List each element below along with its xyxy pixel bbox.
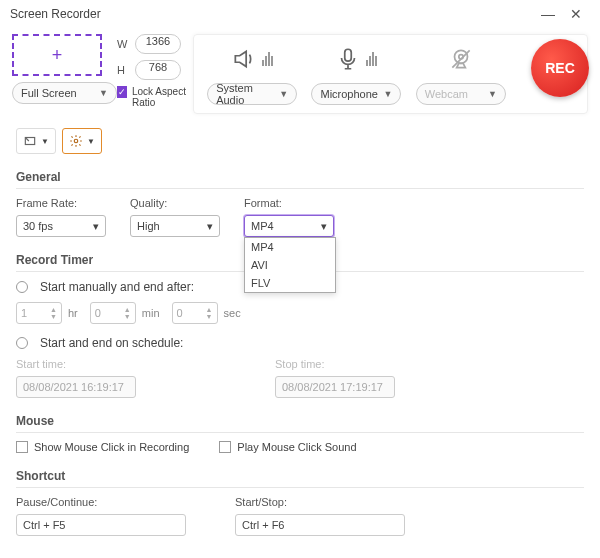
section-general: General <box>16 164 584 189</box>
chevron-down-icon: ▼ <box>384 89 393 99</box>
record-button[interactable]: REC <box>531 39 589 97</box>
lock-aspect-checkbox[interactable]: ✓ <box>117 86 127 98</box>
title-bar: Screen Recorder — ✕ <box>0 0 600 28</box>
toolbar: ▼ ▼ <box>0 124 600 164</box>
width-label: W <box>117 38 129 50</box>
height-input[interactable]: 768 <box>135 60 181 80</box>
frame-rate-select[interactable]: 30 fps▾ <box>16 215 106 237</box>
format-option-flv[interactable]: FLV <box>245 274 335 292</box>
pause-shortcut-input[interactable]: Ctrl + F5 <box>16 514 186 536</box>
chevron-down-icon: ▼ <box>279 89 288 99</box>
audio-level-icon <box>261 52 273 69</box>
chevron-down-icon: ▾ <box>321 220 327 233</box>
format-option-mp4[interactable]: MP4 <box>245 238 335 256</box>
seconds-input[interactable]: 0▲▼ <box>172 302 218 324</box>
chevron-down-icon: ▼ <box>99 88 108 98</box>
height-label: H <box>117 64 129 76</box>
frame-rate-label: Frame Rate: <box>16 197 106 209</box>
format-dropdown: MP4 AVI FLV <box>244 237 336 293</box>
settings-body: General Frame Rate: 30 fps▾ Quality: Hig… <box>0 164 600 536</box>
device-panel: System Audio▼ Microphone▼ Webcam▼ <box>193 34 588 114</box>
width-input[interactable]: 1366 <box>135 34 181 54</box>
minutes-input[interactable]: 0▲▼ <box>90 302 136 324</box>
capture-mode-select[interactable]: Full Screen ▼ <box>12 82 117 104</box>
aspect-tool-button[interactable]: ▼ <box>16 128 56 154</box>
chevron-down-icon: ▼ <box>41 137 49 146</box>
webcam-select[interactable]: Webcam▼ <box>416 83 506 105</box>
schedule-radio[interactable] <box>16 337 28 349</box>
quality-select[interactable]: High▾ <box>130 215 220 237</box>
microphone-select[interactable]: Microphone▼ <box>311 83 401 105</box>
speaker-icon <box>231 46 257 75</box>
svg-point-5 <box>74 139 78 143</box>
show-click-checkbox[interactable] <box>16 441 28 453</box>
minutes-unit: min <box>142 307 160 319</box>
chevron-down-icon: ▾ <box>93 220 99 233</box>
format-label: Format: <box>244 197 334 209</box>
webcam-icon <box>448 46 474 75</box>
chevron-down-icon: ▼ <box>488 89 497 99</box>
format-select[interactable]: MP4▾ <box>244 215 334 237</box>
minimize-button[interactable]: — <box>534 6 562 22</box>
mic-level-icon <box>365 52 377 69</box>
format-option-avi[interactable]: AVI <box>245 256 335 274</box>
seconds-unit: sec <box>224 307 241 319</box>
manual-end-radio[interactable] <box>16 281 28 293</box>
start-time-label: Start time: <box>16 358 251 370</box>
pause-shortcut-label: Pause/Continue: <box>16 496 211 508</box>
top-panel: + Full Screen ▼ W 1366 H 768 ✓ Lock Aspe… <box>0 28 600 124</box>
section-shortcut: Shortcut <box>16 463 584 488</box>
start-time-input[interactable]: 08/08/2021 16:19:17 <box>16 376 136 398</box>
section-mouse: Mouse <box>16 408 584 433</box>
svg-rect-0 <box>345 49 352 61</box>
stop-time-input[interactable]: 08/08/2021 17:19:17 <box>275 376 395 398</box>
stop-time-label: Stop time: <box>275 358 510 370</box>
play-sound-label: Play Mouse Click Sound <box>237 441 356 453</box>
svg-point-1 <box>454 50 467 63</box>
microphone-icon <box>335 46 361 75</box>
lock-aspect-label: Lock Aspect Ratio <box>132 86 187 108</box>
chevron-down-icon: ▾ <box>207 220 213 233</box>
capture-region-button[interactable]: + <box>12 34 102 76</box>
chevron-down-icon: ▼ <box>87 137 95 146</box>
show-click-label: Show Mouse Click in Recording <box>34 441 189 453</box>
settings-tool-button[interactable]: ▼ <box>62 128 102 154</box>
start-shortcut-label: Start/Stop: <box>235 496 405 508</box>
start-shortcut-input[interactable]: Ctrl + F6 <box>235 514 405 536</box>
capture-mode-value: Full Screen <box>21 87 77 99</box>
system-audio-select[interactable]: System Audio▼ <box>207 83 297 105</box>
close-button[interactable]: ✕ <box>562 6 590 22</box>
hours-unit: hr <box>68 307 78 319</box>
schedule-label: Start and end on schedule: <box>40 336 183 350</box>
manual-end-label: Start manually and end after: <box>40 280 194 294</box>
play-sound-checkbox[interactable] <box>219 441 231 453</box>
hours-input[interactable]: 1▲▼ <box>16 302 62 324</box>
quality-label: Quality: <box>130 197 220 209</box>
window-title: Screen Recorder <box>10 7 101 21</box>
